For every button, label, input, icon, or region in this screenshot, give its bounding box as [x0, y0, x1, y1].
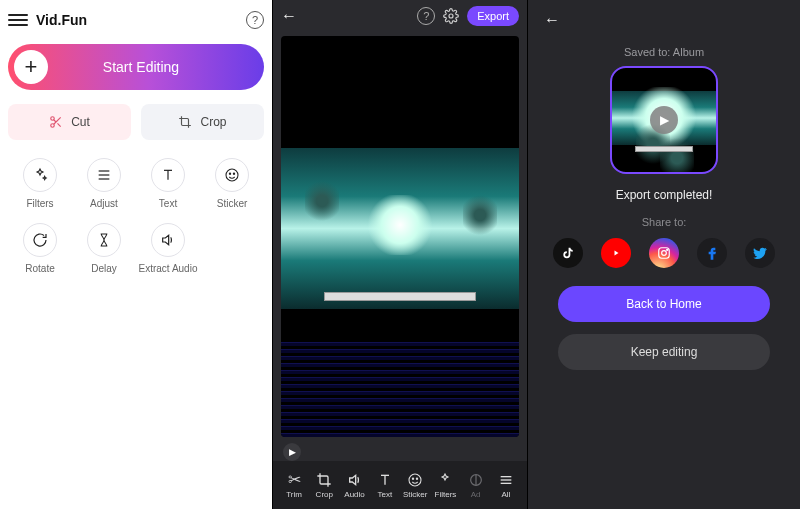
crop-label: Crop	[200, 115, 226, 129]
svg-point-27	[662, 251, 667, 256]
share-twitter[interactable]	[745, 238, 775, 268]
start-editing-button[interactable]: + Start Editing	[8, 44, 264, 90]
tool-label: Adjust	[90, 198, 118, 209]
back-to-home-button[interactable]: Back to Home	[558, 286, 770, 322]
export-button[interactable]: Export	[467, 6, 519, 26]
share-instagram[interactable]	[649, 238, 679, 268]
audio-icon	[347, 472, 363, 488]
help-icon[interactable]: ?	[417, 7, 435, 25]
tool-rotate[interactable]: Rotate	[8, 223, 72, 274]
start-editing-label: Start Editing	[48, 59, 264, 75]
sticker-icon	[224, 167, 240, 183]
all-icon	[498, 472, 514, 488]
tool-label: Sticker	[217, 198, 248, 209]
saved-to-label: Saved to: Album	[624, 46, 704, 58]
back-icon[interactable]: ←	[281, 7, 297, 25]
play-button[interactable]: ▶	[283, 443, 301, 461]
svg-marker-25	[615, 251, 619, 256]
svg-point-20	[416, 478, 417, 479]
twitter-icon	[752, 245, 768, 261]
filters-icon	[32, 167, 48, 183]
tool-grid: Filters Adjust Text Sticker Rotate Delay…	[8, 158, 264, 274]
share-icons-row	[553, 238, 775, 268]
tool-label: Rotate	[25, 263, 54, 274]
export-header: ←	[544, 8, 784, 32]
instagram-icon	[657, 246, 671, 260]
crop-button[interactable]: Crop	[141, 104, 264, 140]
tool-label: Text	[159, 198, 177, 209]
text-icon	[377, 472, 393, 488]
svg-point-0	[51, 117, 55, 121]
export-completed-label: Export completed!	[616, 188, 713, 202]
youtube-icon	[610, 247, 622, 259]
editor-toolbar: ✂Trim Crop Audio Text Sticker Filters Ad…	[273, 461, 527, 509]
toolbar-filters[interactable]: Filters	[430, 472, 460, 499]
svg-point-18	[409, 474, 421, 486]
audio-icon	[160, 232, 176, 248]
cut-label: Cut	[71, 115, 90, 129]
video-frame	[281, 148, 519, 308]
editor-header: ← ? Export	[273, 0, 527, 32]
crop-icon	[178, 115, 192, 129]
svg-marker-15	[349, 475, 355, 484]
text-icon	[160, 167, 176, 183]
sticker-icon	[407, 472, 423, 488]
toolbar-crop[interactable]: Crop	[309, 472, 339, 499]
video-canvas[interactable]	[281, 36, 519, 437]
play-icon: ▶	[650, 106, 678, 134]
cut-button[interactable]: Cut	[8, 104, 131, 140]
toolbar-trim[interactable]: ✂Trim	[279, 472, 309, 499]
share-youtube[interactable]	[601, 238, 631, 268]
export-complete-panel: ← Saved to: Album ▶ Export completed! Sh…	[528, 0, 800, 509]
timeline-noise	[281, 341, 519, 437]
help-icon[interactable]: ?	[246, 11, 264, 29]
keep-editing-button[interactable]: Keep editing	[558, 334, 770, 370]
tool-extract-audio[interactable]: Extract Audio	[136, 223, 200, 274]
share-facebook[interactable]	[697, 238, 727, 268]
svg-point-14	[449, 14, 453, 18]
svg-point-19	[412, 478, 413, 479]
app-title: Vid.Fun	[36, 12, 87, 28]
toolbar-sticker[interactable]: Sticker	[400, 472, 430, 499]
home-panel: Vid.Fun ? + Start Editing Cut Crop Filte…	[0, 0, 272, 509]
scissors-icon	[49, 115, 63, 129]
tool-label: Filters	[26, 198, 53, 209]
tool-label: Extract Audio	[139, 263, 198, 274]
svg-point-28	[667, 249, 668, 250]
back-icon[interactable]: ←	[544, 11, 560, 29]
svg-line-3	[58, 123, 61, 126]
share-to-label: Share to:	[642, 216, 687, 228]
tool-label: Delay	[91, 263, 117, 274]
tool-adjust[interactable]: Adjust	[72, 158, 136, 209]
settings-icon[interactable]	[443, 8, 459, 24]
exported-video-thumbnail[interactable]: ▶	[610, 66, 718, 174]
delay-icon	[96, 232, 112, 248]
menu-icon[interactable]	[8, 14, 28, 26]
svg-point-1	[51, 124, 55, 128]
tool-sticker[interactable]: Sticker	[200, 158, 264, 209]
facebook-icon	[704, 245, 720, 261]
svg-marker-13	[163, 235, 169, 244]
svg-line-4	[54, 120, 56, 122]
share-tiktok[interactable]	[553, 238, 583, 268]
adjust-icon	[96, 167, 112, 183]
toolbar-audio[interactable]: Audio	[340, 472, 370, 499]
tiktok-icon	[561, 246, 575, 260]
toolbar-adjust[interactable]: Ad	[461, 472, 491, 499]
cut-crop-row: Cut Crop	[8, 104, 264, 140]
editor-panel: ← ? Export ▶ ✂Trim Crop Audio Text Stick…	[272, 0, 528, 509]
toolbar-all[interactable]: All	[491, 472, 521, 499]
tool-filters[interactable]: Filters	[8, 158, 72, 209]
scissors-icon: ✂	[286, 472, 302, 488]
plus-icon: +	[14, 50, 48, 84]
home-header: Vid.Fun ?	[8, 6, 264, 34]
tool-delay[interactable]: Delay	[72, 223, 136, 274]
svg-point-12	[233, 173, 234, 174]
tool-text[interactable]: Text	[136, 158, 200, 209]
svg-point-10	[226, 169, 238, 181]
toolbar-text[interactable]: Text	[370, 472, 400, 499]
rotate-icon	[32, 232, 48, 248]
svg-point-11	[229, 173, 230, 174]
adjust-icon	[468, 472, 484, 488]
filters-icon	[437, 472, 453, 488]
